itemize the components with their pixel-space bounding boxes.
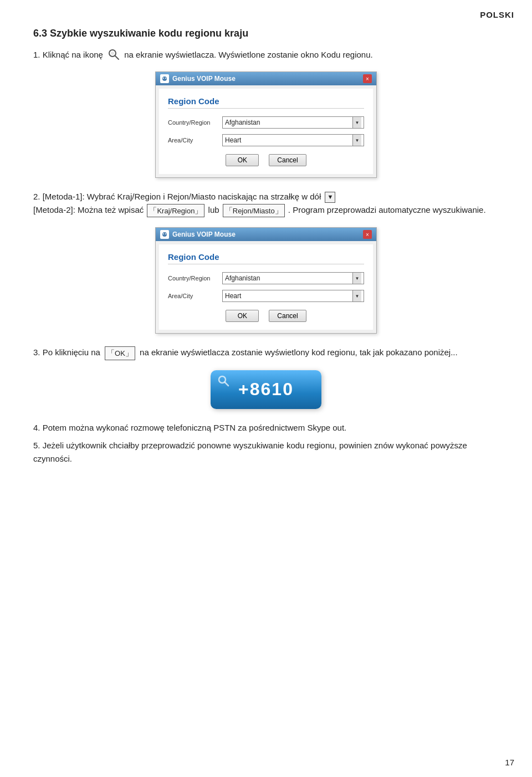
step3-suffix: na ekranie wyświetlacza zostanie wyświet… <box>140 347 458 357</box>
svg-point-7 <box>163 233 164 234</box>
step5-text: 5. Jeżeli użytkownik chciałby przeprowad… <box>33 441 467 463</box>
svg-point-8 <box>165 233 166 234</box>
dialog2-close-button[interactable]: × <box>363 230 372 239</box>
section-title: 6.3 Szybkie wyszukiwanie kodu regionu kr… <box>33 28 499 39</box>
step2-metoda2-text: [Metoda-2]: Można też wpisać <box>33 205 144 214</box>
region-code-box: +8610 <box>211 370 321 409</box>
dialog1-window: Genius VOIP Mouse × Region Code Country/… <box>155 71 377 178</box>
dialog2-field2-value: Heart <box>225 292 352 300</box>
dialog2-title-text: Genius VOIP Mouse <box>172 231 236 238</box>
dialog1-section-header: Region Code <box>168 96 364 109</box>
step2-block: 2. [Metoda-1]: Wybrać Kraj/Region i Rejo… <box>33 190 499 217</box>
dialog2-field1-dropdown-arrow[interactable]: ▼ <box>352 273 361 284</box>
region-code-container: +8610 <box>33 370 499 409</box>
bracket-rejon-close: 」 <box>275 206 283 215</box>
dialog1-title-text: Genius VOIP Mouse <box>172 75 236 83</box>
dialog2-field1-value: Afghanistan <box>225 274 352 282</box>
step1-text: 1. Kliknąć na ikonę na ekranie wyświetla… <box>33 49 499 62</box>
dialog2-container: Genius VOIP Mouse × Region Code Country/… <box>33 227 499 334</box>
dropdown-arrow-icon: ▼ <box>325 192 335 203</box>
bracket-kraj-open: 「 <box>149 206 157 215</box>
step4-text: 4. Potem można wykonać rozmowę telefonic… <box>33 423 346 432</box>
dialog1-field2-value: Heart <box>225 136 352 144</box>
dialog2-titlebar: Genius VOIP Mouse × <box>156 228 376 241</box>
step4-block: 4. Potem można wykonać rozmowę telefonic… <box>33 421 499 434</box>
page-number: 17 <box>505 758 514 767</box>
language-label: POLSKI <box>480 10 514 19</box>
dialog2-field2-label: Area/City <box>168 293 218 299</box>
dialog2-section-header: Region Code <box>168 252 364 264</box>
dialog2-field1-label: Country/Region <box>168 275 218 282</box>
svg-point-5 <box>165 78 166 79</box>
svg-point-6 <box>162 232 167 237</box>
step3-block: 3. Po kliknięciu na 「OK」 na ekranie wyśw… <box>33 346 499 360</box>
dialog1-field1-value: Afghanistan <box>225 119 352 126</box>
magnifier-icon <box>108 48 120 60</box>
dialog2-field1-input[interactable]: Afghanistan ▼ <box>222 272 364 284</box>
svg-line-10 <box>225 382 228 386</box>
region-code-magnifier-icon <box>217 375 229 390</box>
dialog2-field2-input[interactable]: Heart ▼ <box>222 290 364 302</box>
dialog1-cancel-button[interactable]: Cancel <box>269 154 306 166</box>
dialog2-window: Genius VOIP Mouse × Region Code Country/… <box>155 227 377 334</box>
bracket-rejon-open: 「 <box>225 206 233 215</box>
bracket-ok: 「OK」 <box>105 346 135 360</box>
dialog2-cancel-button[interactable]: Cancel <box>269 310 306 322</box>
dialog1-titlebar: Genius VOIP Mouse × <box>156 72 376 85</box>
dialog2-title-icon <box>160 230 169 239</box>
step3-prefix: 3. Po kliknięciu na <box>33 347 100 357</box>
bracket-kraj-close: 」 <box>195 206 202 215</box>
dialog2-ok-button[interactable]: OK <box>226 310 259 322</box>
bracket-rejon: 「Rejon/Miasto」 <box>223 204 285 218</box>
dialog1-container: Genius VOIP Mouse × Region Code Country/… <box>33 71 499 178</box>
step5-block: 5. Jeżeli użytkownik chciałby przeprowad… <box>33 439 499 466</box>
svg-line-1 <box>115 56 119 59</box>
dialog1-title-icon <box>160 74 169 83</box>
dialog1-field2-input[interactable]: Heart ▼ <box>222 134 364 146</box>
step2-metoda1-text: [Metoda-1]: Wybrać Kraj/Region i Rejon/M… <box>43 192 321 201</box>
step2-number: 2. <box>33 192 43 201</box>
dialog1-ok-button[interactable]: OK <box>226 154 259 166</box>
dialog1-field2-label: Area/City <box>168 137 218 144</box>
dialog1-field1-label: Country/Region <box>168 119 218 126</box>
region-code-value: +8610 <box>238 379 294 400</box>
svg-point-4 <box>163 78 164 79</box>
dialog2-field2-dropdown-arrow[interactable]: ▼ <box>352 290 361 301</box>
dialog1-field2-dropdown-arrow[interactable]: ▼ <box>352 135 361 146</box>
svg-point-3 <box>162 76 167 81</box>
svg-point-2 <box>111 52 114 55</box>
bracket-kraj: 「Kraj/Region」 <box>147 204 204 218</box>
dialog1-field1-input[interactable]: Afghanistan ▼ <box>222 116 364 129</box>
dialog1-close-button[interactable]: × <box>363 74 372 83</box>
dialog1-field1-dropdown-arrow[interactable]: ▼ <box>352 117 361 128</box>
